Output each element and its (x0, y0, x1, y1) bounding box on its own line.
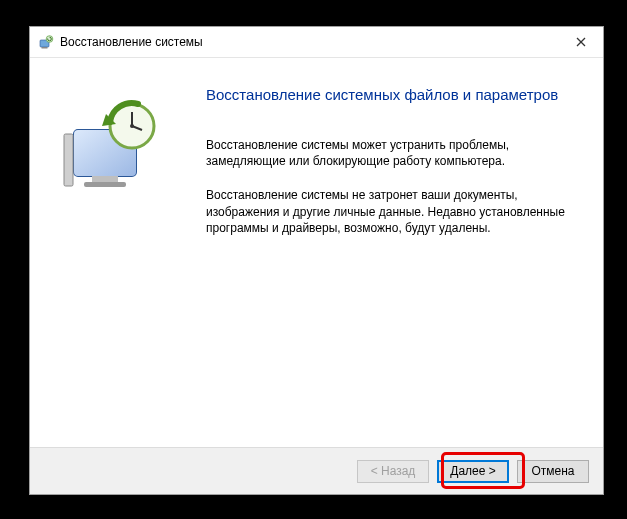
system-restore-wizard: Восстановление системы (29, 26, 604, 495)
wizard-sidebar (30, 58, 200, 447)
page-heading: Восстановление системных файлов и параме… (206, 86, 573, 103)
close-icon (576, 37, 586, 47)
intro-paragraph-1: Восстановление системы может устранить п… (206, 137, 566, 169)
next-button[interactable]: Далее > (437, 460, 509, 483)
svg-rect-10 (64, 134, 73, 186)
window-title: Восстановление системы (60, 35, 203, 49)
close-button[interactable] (558, 27, 603, 56)
intro-paragraph-2: Восстановление системы не затронет ваши … (206, 187, 566, 236)
svg-rect-8 (92, 176, 118, 182)
titlebar: Восстановление системы (30, 27, 603, 58)
restore-icon (38, 34, 54, 50)
svg-point-2 (46, 36, 53, 43)
wizard-body: Восстановление системных файлов и параме… (30, 58, 603, 447)
cancel-button[interactable]: Отмена (517, 460, 589, 483)
svg-rect-1 (42, 47, 48, 49)
back-button: < Назад (357, 460, 429, 483)
system-restore-illustration (60, 96, 170, 206)
svg-point-14 (130, 124, 134, 128)
wizard-footer: < Назад Далее > Отмена (30, 447, 603, 494)
svg-rect-9 (84, 182, 126, 187)
wizard-content: Восстановление системных файлов и параме… (200, 58, 603, 447)
